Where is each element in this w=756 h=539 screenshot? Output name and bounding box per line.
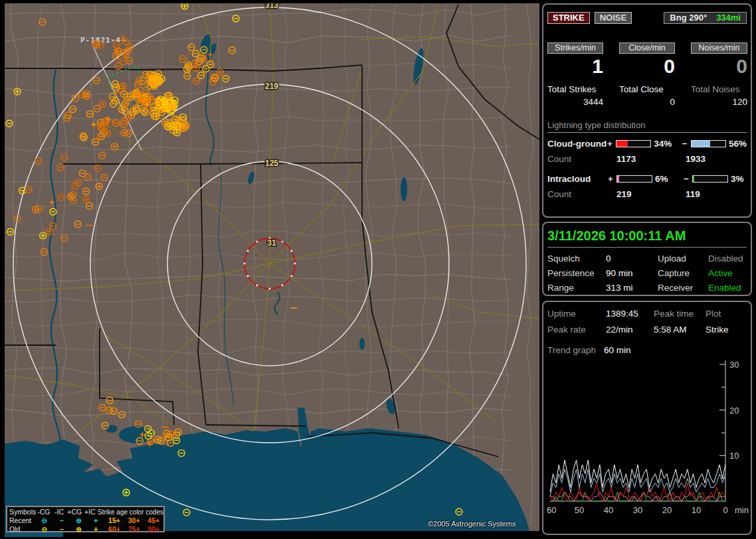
legend-row-recent: Recent⊖−⊕+15+30+45+ [9,516,163,525]
close-per-min-col: Close/min 0 Total Close 0 [619,42,675,107]
app-window: { "sidebar": { "strike": "STRIKE", "nois… [0,0,756,539]
legend-age-code: 15+ [104,516,124,525]
total-close-label: Total Close [619,84,675,94]
distribution-title: Lightning type distribution [547,120,747,133]
cg-negative-count: 1933 [686,154,706,164]
map-canvas[interactable]: 31321912531P-1821-4– [0,0,539,539]
status-panel: 3/11/2026 10:00:11 AM Squelch 0 Upload D… [542,222,752,296]
svg-text:219: 219 [265,82,278,91]
noises-per-min-button[interactable]: Noises/min [691,42,747,54]
trend-graph-row: Trend graph 60 min [547,345,747,355]
upload-status: Disabled [708,254,747,264]
lightning-distribution: Lightning type distribution Cloud-ground… [547,120,747,199]
legend-symbol-icon: − [53,525,70,534]
legend-row-label: Recent [9,516,36,525]
squelch-label: Squelch [547,254,606,264]
cg-negative-pct: 56% [726,139,747,149]
capture-label: Capture [658,268,708,278]
svg-text:31: 31 [267,238,276,248]
legend-symbol-icon: ⊕ [70,516,88,525]
intracloud-label: Intracloud [547,174,608,184]
legend-rows: Recent⊖−⊕+15+30+45+Old⊖−⊕+60+75+90+ [9,516,163,534]
svg-text:10: 10 [692,505,701,515]
noise-mode-button[interactable]: NOISE [595,12,632,24]
legend-symbol-icon: ⊖ [36,516,53,525]
plot-mode-value: Strike [706,325,747,335]
svg-text:20: 20 [729,406,739,416]
uptime-value: 1389:45 [606,309,654,319]
cg-positive-bar [616,140,651,147]
legend-age-code: 75+ [124,525,144,534]
legend-symbol-icon: + [87,525,104,534]
map-svg: 31321912531P-1821-4– [0,0,539,539]
intracloud-count-row: Count 219 119 [547,189,747,199]
ic-positive-count: 219 [616,189,686,199]
close-per-min-button[interactable]: Close/min [619,42,675,54]
trend-panel: Uptime 1389:45 Peak time Plot Peak rate … [542,301,752,535]
svg-text:10: 10 [729,451,739,461]
strikes-per-min-button[interactable]: Strikes/min [547,42,603,54]
cloud-ground-row: Cloud-ground + 34% − 56% [547,139,747,149]
rate-counters: Strikes/min 1 Total Strikes 3444 Close/m… [543,42,751,107]
legend-col-pos-ic: +IC [82,508,98,516]
noises-per-min-value: 0 [691,55,747,78]
legend-row-old: Old⊖−⊕+60+75+90+ [9,525,163,534]
uptime-label: Uptime [547,309,606,319]
ic-positive-bar [616,175,652,183]
svg-text:20: 20 [662,505,672,515]
persistence-value: 90 min [606,268,658,278]
ic-negative-bar [692,175,728,183]
svg-text:125: 125 [265,159,278,168]
bearing-distance: 334mi [716,13,741,23]
legend-age-code: 45+ [143,516,163,525]
legend-age-code: 30+ [124,516,144,525]
copyright-text: ©2005 Astrogenic Systems [428,520,516,528]
minus-sign: − [682,139,691,149]
strikes-per-min-value: 1 [547,55,603,78]
count-label: Count [547,189,616,199]
legend-symbol-icon: + [87,516,104,525]
strike-mode-button[interactable]: STRIKE [547,12,590,24]
total-strikes-label: Total Strikes [547,84,603,94]
peak-rate-label: Peak rate [547,325,606,335]
cloud-ground-label: Cloud-ground [547,139,607,149]
legend-col-neg-ic: -IC [51,508,66,516]
cloud-ground-count-row: Count 1173 1933 [547,154,747,164]
peak-time-value: 5:58 AM [654,325,706,335]
minus-sign: − [684,174,692,184]
ic-negative-pct: 3% [728,174,744,184]
peak-time-label: Peak time [654,309,706,319]
legend-age-header: Strike age color codes [98,508,163,516]
capture-status: Active [708,268,747,278]
plus-sign: + [608,174,616,184]
count-label: Count [547,154,616,164]
svg-text:60: 60 [547,505,556,515]
cg-positive-count: 1173 [616,154,686,164]
peak-rate-value: 22/min [606,325,654,335]
bearing-readout: Bng 290°334mi [664,12,747,24]
receiver-status: Enabled [708,283,747,293]
svg-text:50: 50 [575,505,584,515]
total-strikes-value: 3444 [547,97,603,107]
legend-row-label: Old [9,525,36,534]
legend-symbol-icon: ⊕ [70,525,88,534]
legend-col-pos-cg: +CG [67,508,82,516]
mode-row: STRIKE NOISE Bng 290°334mi [547,12,747,24]
svg-text:30: 30 [633,505,642,515]
trend-graph-window: 60 min [604,345,631,355]
plus-sign: + [607,139,616,149]
range-label: Range [547,283,606,293]
intracloud-row: Intracloud + 6% − 3% [547,174,747,184]
receiver-label: Receiver [658,283,708,293]
close-per-min-value: 0 [619,55,675,78]
total-noises-value: 120 [691,97,747,107]
svg-text:30: 30 [729,360,739,370]
trend-graph: 1020306050403020100min [545,356,749,532]
upload-label: Upload [658,254,708,264]
cg-positive-pct: 34% [651,139,682,149]
legend-col-neg-cg: -CG [36,508,51,516]
legend-age-code: 60+ [104,525,124,534]
legend-header-row: Symbols -CG -IC +CG +IC Strike age color… [9,508,163,516]
settings-grid: Squelch 0 Upload Disabled Persistence 90… [547,254,747,293]
range-value: 313 mi [606,283,658,293]
